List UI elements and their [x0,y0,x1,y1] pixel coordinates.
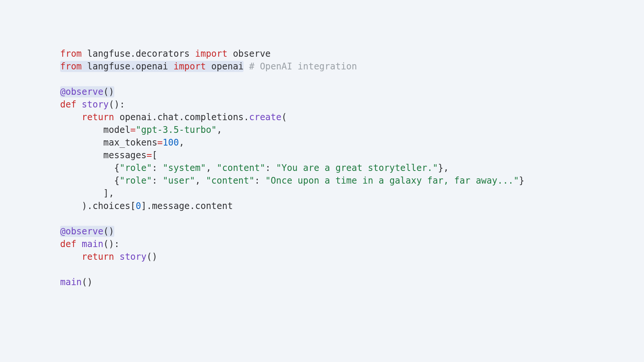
decorator-at: @ [60,226,65,237]
string: "content" [217,163,265,173]
import-name: observe [233,49,270,59]
sep: , [206,163,217,173]
op-eq: = [157,137,162,148]
kw-import: import [173,61,206,72]
brace-open: { [114,175,120,186]
line-11: {"role": "user", "content": "Once upon a… [60,175,524,186]
brace-close: } [438,163,443,173]
fn-name: story [82,99,109,110]
op-eq: = [146,150,152,160]
line-1: from langfuse.decorators import observe [60,49,271,59]
comma: , [443,163,449,173]
sep: : [152,163,163,173]
kw-from: from [60,49,82,59]
parens: () [146,252,157,262]
sep: , [195,175,206,186]
decorator-at: @ [60,87,65,97]
comment: # OpenAI integration [249,61,357,72]
line-10: {"role": "system", "content": "You are a… [60,163,449,173]
rparen: ) [82,201,87,211]
line-13: ).choices[0].message.content [60,201,233,211]
chain: openai.chat.completions. [120,112,249,122]
decorator-parens: () [103,87,114,97]
comma: , [109,188,114,199]
tail: .choices[ [87,201,136,211]
kw-return: return [82,112,114,122]
kw-def: def [60,239,76,249]
arg-name: messages [103,150,147,160]
line-7: model="gpt-3.5-turbo", [60,125,222,135]
string: "gpt-3.5-turbo" [136,125,217,135]
line-17: return story() [60,252,157,262]
decorator-name: observe [65,226,103,237]
fn-create: create [249,112,282,122]
string: "You are a great storyteller." [276,163,438,173]
module-path: langfuse.decorators [87,49,190,59]
kw-def: def [60,99,76,110]
import-name: openai [211,61,244,72]
number: 0 [136,201,141,211]
parens: () [103,239,114,249]
colon: : [120,99,125,110]
number: 100 [163,137,179,148]
line-8: max_tokens=100, [60,137,184,148]
call: story [120,252,146,262]
brace-close: } [519,175,524,186]
highlight: from langfuse.openai import openai [60,61,244,72]
string: "role" [120,163,152,173]
arg-name: max_tokens [103,137,158,148]
parens: () [82,277,93,287]
op-eq: = [130,125,136,135]
decorator-name: observe [65,87,103,97]
comma: , [179,137,184,148]
arg-name: model [103,125,130,135]
comma: , [217,125,222,135]
line-19: main() [60,277,93,287]
sep: : [152,175,163,186]
string: "Once upon a time in a galaxy far, far a… [265,175,519,186]
fn-name: main [82,239,103,249]
kw-import: import [195,49,227,59]
line-15: @observe() [60,226,114,237]
module-path: langfuse.openai [87,61,168,72]
highlight: @observe() [60,226,114,237]
line-16: def main(): [60,239,120,249]
line-5: def story(): [60,99,125,110]
tail: ].message.content [141,201,233,211]
rbracket: ] [103,188,109,199]
string: "system" [163,163,206,173]
kw-from: from [60,61,82,72]
string: "role" [120,175,152,186]
line-9: messages=[ [60,150,157,160]
colon: : [114,239,120,249]
line-4: @observe() [60,86,114,97]
lparen: ( [281,112,287,122]
line-12: ], [60,188,114,199]
brace-open: { [114,163,120,173]
parens: () [109,99,120,110]
lbracket: [ [152,150,157,160]
kw-return: return [82,252,114,262]
string: "user" [163,175,195,186]
line-2: from langfuse.openai import openai # Ope… [60,61,357,72]
string: "content" [206,175,254,186]
sep: : [265,163,276,173]
sep: : [254,175,265,186]
call: main [60,277,82,287]
highlight: @observe() [60,86,114,97]
code-block: from langfuse.decorators import observe … [60,35,524,288]
decorator-parens: () [103,226,114,237]
line-6: return openai.chat.completions.create( [60,112,287,122]
